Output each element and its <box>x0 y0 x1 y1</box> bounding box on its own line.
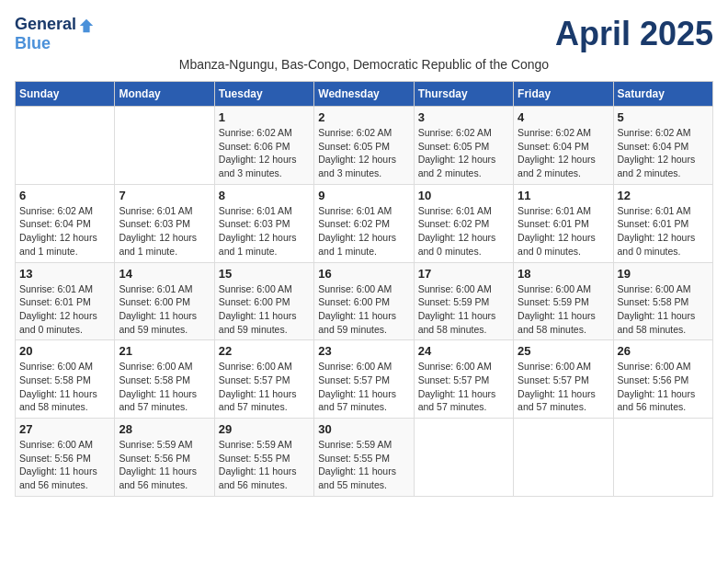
cell-day-number: 16 <box>318 267 409 281</box>
cell-info: Sunrise: 6:01 AM Sunset: 6:03 PM Dayligh… <box>219 204 310 259</box>
cell-day-number: 13 <box>19 267 110 281</box>
calendar-cell <box>16 107 115 185</box>
cell-day-number: 14 <box>119 267 210 281</box>
cell-day-number: 3 <box>418 110 509 124</box>
cell-day-number: 2 <box>318 110 409 124</box>
cell-day-number: 29 <box>219 422 310 436</box>
day-header-monday: Monday <box>115 82 214 107</box>
calendar-cell <box>613 419 712 497</box>
logo-general: General <box>15 15 76 33</box>
cell-info: Sunrise: 6:02 AM Sunset: 6:04 PM Dayligh… <box>618 126 709 180</box>
calendar-cell: 29Sunrise: 5:59 AM Sunset: 5:55 PM Dayli… <box>214 419 313 497</box>
calendar-cell: 21Sunrise: 6:00 AM Sunset: 5:58 PM Dayli… <box>115 340 214 419</box>
calendar: SundayMondayTuesdayWednesdayThursdayFrid… <box>15 81 713 497</box>
cell-day-number: 8 <box>219 189 310 202</box>
calendar-week-1: 1Sunrise: 6:02 AM Sunset: 6:06 PM Daylig… <box>16 107 713 185</box>
cell-info: Sunrise: 5:59 AM Sunset: 5:55 PM Dayligh… <box>318 438 409 492</box>
day-header-wednesday: Wednesday <box>314 82 414 107</box>
cell-info: Sunrise: 6:01 AM Sunset: 6:00 PM Dayligh… <box>119 282 210 337</box>
cell-info: Sunrise: 6:00 AM Sunset: 5:58 PM Dayligh… <box>618 282 709 337</box>
cell-info: Sunrise: 6:02 AM Sunset: 6:05 PM Dayligh… <box>318 126 409 180</box>
cell-info: Sunrise: 5:59 AM Sunset: 5:56 PM Dayligh… <box>119 438 210 492</box>
calendar-cell: 11Sunrise: 6:01 AM Sunset: 6:01 PM Dayli… <box>514 184 613 262</box>
calendar-cell: 8Sunrise: 6:01 AM Sunset: 6:03 PM Daylig… <box>214 184 313 262</box>
day-header-saturday: Saturday <box>613 82 712 107</box>
cell-info: Sunrise: 6:02 AM Sunset: 6:06 PM Dayligh… <box>219 126 310 180</box>
day-header-tuesday: Tuesday <box>214 82 313 107</box>
calendar-cell: 1Sunrise: 6:02 AM Sunset: 6:06 PM Daylig… <box>214 107 313 185</box>
calendar-week-2: 6Sunrise: 6:02 AM Sunset: 6:04 PM Daylig… <box>16 184 713 262</box>
cell-info: Sunrise: 6:01 AM Sunset: 6:01 PM Dayligh… <box>518 204 609 259</box>
cell-day-number: 7 <box>119 189 210 202</box>
calendar-cell: 17Sunrise: 6:00 AM Sunset: 5:59 PM Dayli… <box>414 262 513 340</box>
cell-info: Sunrise: 6:02 AM Sunset: 6:05 PM Dayligh… <box>418 126 509 180</box>
calendar-cell: 24Sunrise: 6:00 AM Sunset: 5:57 PM Dayli… <box>414 340 513 419</box>
cell-info: Sunrise: 6:00 AM Sunset: 5:57 PM Dayligh… <box>318 360 409 414</box>
day-header-sunday: Sunday <box>16 82 115 107</box>
cell-info: Sunrise: 6:02 AM Sunset: 6:04 PM Dayligh… <box>19 204 110 259</box>
cell-info: Sunrise: 6:00 AM Sunset: 5:56 PM Dayligh… <box>618 360 709 414</box>
calendar-cell: 6Sunrise: 6:02 AM Sunset: 6:04 PM Daylig… <box>16 184 115 262</box>
calendar-cell: 13Sunrise: 6:01 AM Sunset: 6:01 PM Dayli… <box>16 262 115 340</box>
logo: General Blue <box>15 15 95 53</box>
calendar-cell <box>115 107 214 185</box>
cell-day-number: 23 <box>318 344 409 358</box>
logo-blue: Blue <box>15 34 51 52</box>
logo-blue-text: Blue <box>15 34 51 53</box>
cell-day-number: 1 <box>219 110 310 124</box>
cell-day-number: 6 <box>19 189 110 202</box>
calendar-cell: 9Sunrise: 6:01 AM Sunset: 6:02 PM Daylig… <box>314 184 414 262</box>
cell-info: Sunrise: 6:01 AM Sunset: 6:02 PM Dayligh… <box>418 204 509 259</box>
calendar-header-row: SundayMondayTuesdayWednesdayThursdayFrid… <box>16 82 713 107</box>
calendar-cell: 27Sunrise: 6:00 AM Sunset: 5:56 PM Dayli… <box>16 419 115 497</box>
cell-info: Sunrise: 6:00 AM Sunset: 5:57 PM Dayligh… <box>418 360 509 414</box>
cell-info: Sunrise: 6:01 AM Sunset: 6:02 PM Dayligh… <box>318 204 409 259</box>
logo-text: General <box>15 15 95 34</box>
subtitle: Mbanza-Ngungu, Bas-Congo, Democratic Rep… <box>15 57 713 72</box>
cell-day-number: 9 <box>318 189 409 202</box>
calendar-cell <box>514 419 613 497</box>
calendar-cell: 3Sunrise: 6:02 AM Sunset: 6:05 PM Daylig… <box>414 107 513 185</box>
calendar-cell: 20Sunrise: 6:00 AM Sunset: 5:58 PM Dayli… <box>16 340 115 419</box>
cell-info: Sunrise: 6:00 AM Sunset: 5:58 PM Dayligh… <box>19 360 110 414</box>
cell-info: Sunrise: 6:00 AM Sunset: 6:00 PM Dayligh… <box>318 282 409 337</box>
cell-day-number: 19 <box>618 267 709 281</box>
day-header-thursday: Thursday <box>414 82 513 107</box>
calendar-cell: 7Sunrise: 6:01 AM Sunset: 6:03 PM Daylig… <box>115 184 214 262</box>
calendar-cell: 12Sunrise: 6:01 AM Sunset: 6:01 PM Dayli… <box>613 184 712 262</box>
page-title: April 2025 <box>555 15 713 53</box>
cell-info: Sunrise: 5:59 AM Sunset: 5:55 PM Dayligh… <box>219 438 310 492</box>
cell-day-number: 5 <box>618 110 709 124</box>
cell-info: Sunrise: 6:00 AM Sunset: 5:56 PM Dayligh… <box>19 438 110 492</box>
calendar-week-4: 20Sunrise: 6:00 AM Sunset: 5:58 PM Dayli… <box>16 340 713 419</box>
calendar-cell: 28Sunrise: 5:59 AM Sunset: 5:56 PM Dayli… <box>115 419 214 497</box>
svg-marker-0 <box>80 19 93 32</box>
logo-icon <box>78 17 95 34</box>
cell-info: Sunrise: 6:00 AM Sunset: 5:59 PM Dayligh… <box>418 282 509 337</box>
calendar-cell: 4Sunrise: 6:02 AM Sunset: 6:04 PM Daylig… <box>514 107 613 185</box>
calendar-cell: 10Sunrise: 6:01 AM Sunset: 6:02 PM Dayli… <box>414 184 513 262</box>
cell-info: Sunrise: 6:01 AM Sunset: 6:01 PM Dayligh… <box>618 204 709 259</box>
cell-day-number: 22 <box>219 344 310 358</box>
cell-day-number: 21 <box>119 344 210 358</box>
cell-day-number: 20 <box>19 344 110 358</box>
cell-info: Sunrise: 6:00 AM Sunset: 5:59 PM Dayligh… <box>518 282 609 337</box>
cell-day-number: 15 <box>219 267 310 281</box>
calendar-cell: 19Sunrise: 6:00 AM Sunset: 5:58 PM Dayli… <box>613 262 712 340</box>
calendar-cell: 14Sunrise: 6:01 AM Sunset: 6:00 PM Dayli… <box>115 262 214 340</box>
calendar-cell: 23Sunrise: 6:00 AM Sunset: 5:57 PM Dayli… <box>314 340 414 419</box>
cell-info: Sunrise: 6:00 AM Sunset: 5:58 PM Dayligh… <box>119 360 210 414</box>
cell-day-number: 4 <box>518 110 609 124</box>
calendar-cell: 18Sunrise: 6:00 AM Sunset: 5:59 PM Dayli… <box>514 262 613 340</box>
cell-day-number: 12 <box>618 189 709 202</box>
cell-day-number: 27 <box>19 422 110 436</box>
cell-day-number: 18 <box>518 267 609 281</box>
header: General Blue April 2025 <box>15 15 713 53</box>
calendar-cell: 16Sunrise: 6:00 AM Sunset: 6:00 PM Dayli… <box>314 262 414 340</box>
cell-day-number: 17 <box>418 267 509 281</box>
cell-day-number: 10 <box>418 189 509 202</box>
calendar-cell: 30Sunrise: 5:59 AM Sunset: 5:55 PM Dayli… <box>314 419 414 497</box>
calendar-cell: 15Sunrise: 6:00 AM Sunset: 6:00 PM Dayli… <box>214 262 313 340</box>
calendar-cell: 26Sunrise: 6:00 AM Sunset: 5:56 PM Dayli… <box>613 340 712 419</box>
cell-day-number: 24 <box>418 344 509 358</box>
